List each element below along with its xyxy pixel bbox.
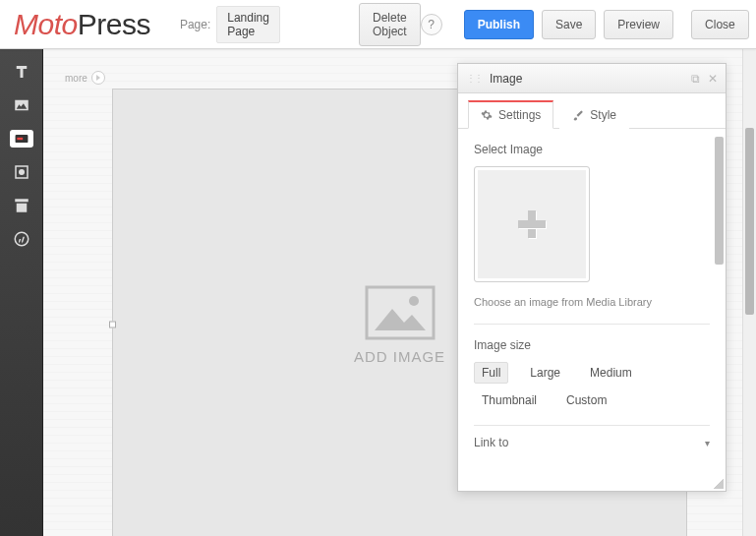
- tab-style[interactable]: Style: [559, 100, 629, 129]
- svg-marker-5: [375, 309, 426, 330]
- preview-button[interactable]: Preview: [604, 10, 673, 39]
- chevron-down-icon: ▾: [705, 438, 710, 448]
- add-image-label: ADD IMAGE: [354, 348, 445, 365]
- image-size-options: FullLargeMediumThumbnailCustom: [474, 362, 710, 411]
- add-image-placeholder: ADD IMAGE: [354, 285, 445, 365]
- svg-rect-1: [17, 138, 23, 140]
- brush-icon: [572, 109, 584, 121]
- panel-tabs: Settings Style: [458, 93, 726, 129]
- page-scroll-thumb[interactable]: [745, 128, 754, 315]
- help-button[interactable]: ?: [421, 14, 442, 35]
- panel-scroll-thumb[interactable]: [715, 137, 724, 265]
- page-label: Page:: [180, 18, 210, 31]
- save-button[interactable]: Save: [542, 10, 596, 39]
- panel-header[interactable]: ⋮⋮ Image ⧉ ✕: [458, 64, 726, 93]
- size-option-custom[interactable]: Custom: [558, 389, 614, 411]
- image-settings-panel: ⋮⋮ Image ⧉ ✕ Settings Style Select Image…: [457, 63, 727, 492]
- gear-icon: [481, 109, 493, 121]
- delete-object-button[interactable]: Delete Object: [359, 3, 421, 46]
- button-tool-icon[interactable]: [7, 124, 36, 153]
- page-scrollbar[interactable]: [742, 49, 756, 536]
- publish-button[interactable]: Publish: [464, 10, 534, 39]
- app-logo: MotoPress: [14, 8, 150, 41]
- plus-icon: [516, 208, 548, 240]
- panel-popout-icon[interactable]: ⧉: [691, 72, 700, 86]
- divider: [474, 324, 710, 325]
- drag-grip-icon[interactable]: ⋮⋮: [466, 76, 482, 82]
- select-image-label: Select Image: [474, 143, 710, 156]
- size-option-thumbnail[interactable]: Thumbnail: [474, 389, 545, 411]
- panel-title: Image: [490, 72, 522, 86]
- select-image-button[interactable]: [474, 166, 590, 282]
- link-to-label: Link to: [474, 436, 508, 449]
- page-name-field[interactable]: Landing Page: [216, 6, 280, 43]
- select-image-helper: Choose an image from Media Library: [474, 296, 710, 308]
- svg-point-2: [19, 169, 25, 175]
- top-toolbar: MotoPress Page: Landing Page Delete Obje…: [0, 0, 756, 49]
- resize-handle-left[interactable]: [109, 322, 116, 328]
- svg-rect-4: [367, 287, 434, 338]
- video-tool-icon[interactable]: [7, 157, 36, 187]
- panel-close-icon[interactable]: ✕: [708, 72, 718, 86]
- image-placeholder-icon: [365, 285, 436, 340]
- left-toolbar: [0, 49, 43, 536]
- svg-point-6: [409, 296, 419, 306]
- image-size-label: Image size: [474, 338, 710, 352]
- close-button[interactable]: Close: [691, 10, 749, 39]
- size-option-medium[interactable]: Medium: [582, 362, 640, 384]
- panel-resize-handle[interactable]: [714, 479, 724, 489]
- text-tool-icon[interactable]: [7, 57, 36, 87]
- more-toggle[interactable]: more: [65, 71, 105, 85]
- tab-settings[interactable]: Settings: [468, 100, 553, 129]
- panel-body: Select Image Choose an image from Media …: [458, 129, 726, 491]
- size-option-full[interactable]: Full: [474, 362, 508, 384]
- size-option-large[interactable]: Large: [522, 362, 568, 384]
- link-to-row[interactable]: Link to ▾: [474, 425, 710, 449]
- wordpress-tool-icon[interactable]: [7, 224, 36, 254]
- svg-point-3: [15, 232, 29, 246]
- chevron-right-icon: [91, 71, 105, 85]
- image-tool-icon[interactable]: [7, 90, 36, 120]
- archive-tool-icon[interactable]: [7, 191, 36, 220]
